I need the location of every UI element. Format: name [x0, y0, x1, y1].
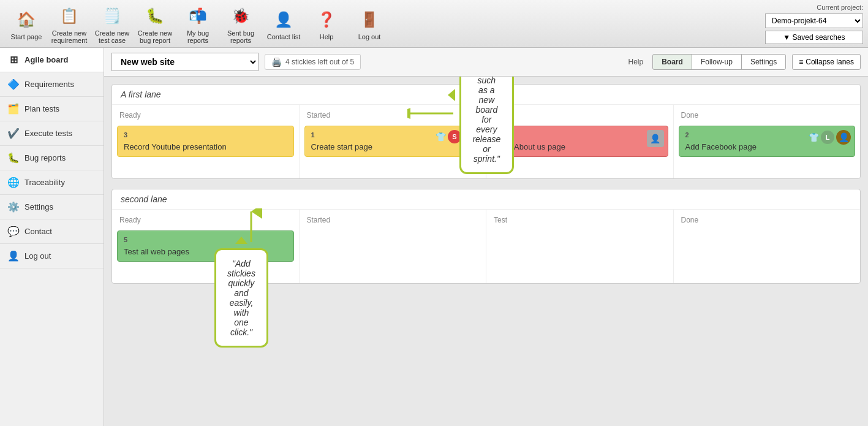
card-1[interactable]: 1 Create start page 👕 S 🎩 — [304, 126, 481, 157]
board-tabs: Board Follow-up Settings — [653, 54, 786, 70]
current-project-label: Current project: — [817, 4, 863, 11]
sidebar-item-logout[interactable]: 👤 Log out — [0, 244, 104, 268]
card-4-text: Add About us page — [498, 142, 662, 151]
card-4-badges: 👤 — [647, 130, 664, 147]
stickies-info: 🖨️ 4 stickies left out of 5 — [265, 54, 361, 70]
column-started: Started 1 Create start page 👕 S 🎩 — [300, 105, 487, 178]
avatar-photo: 👤 — [836, 130, 851, 145]
sidebar-item-settings[interactable]: ⚙️ Settings — [0, 195, 104, 219]
card-2-badges: 👕 L 👤 — [809, 130, 851, 145]
column-done: Done 2 Add Facebook page 👕 L 👤 — [674, 105, 861, 178]
stickies-count: 4 stickies left out of 5 — [285, 58, 354, 66]
sidebar-contact-label: Contact — [25, 227, 52, 236]
column-test2: Test — [486, 210, 674, 283]
shirt-s-icon: 👕 — [436, 132, 446, 142]
column-done2-header: Done — [679, 215, 856, 226]
plan-tests-icon: 🗂️ — [7, 103, 20, 115]
toolbar-create-requirement[interactable]: 📋 Create new requirement — [48, 1, 91, 47]
tab-board[interactable]: Board — [652, 54, 692, 70]
collapse-icon: ≡ — [799, 58, 803, 66]
create-test-case-label: Create new test case — [93, 29, 131, 44]
sidebar-plan-tests-label: Plan tests — [25, 104, 59, 113]
column-ready: Ready 3 Record Youtube presentation — [112, 105, 300, 178]
lane-second-title: second lane — [112, 189, 860, 210]
toolbar: 🏠 Start page 📋 Create new requirement 🗒️… — [0, 0, 868, 48]
contact-list-icon: 👤 — [271, 7, 296, 32]
toolbar-help[interactable]: ❓ Help — [305, 5, 348, 43]
sidebar: ⊞ Agile board 🔷 Requirements 🗂️ Plan tes… — [0, 48, 104, 426]
sidebar-item-agile-board[interactable]: ⊞ Agile board — [0, 48, 104, 72]
my-bug-reports-label: My bug reports — [179, 29, 217, 44]
toolbar-contact-list[interactable]: 👤 Contact list — [262, 5, 305, 43]
shirt-l-icon: 👕 — [809, 132, 819, 142]
help-icon: ❓ — [314, 7, 339, 32]
toolbar-sent-bug-reports[interactable]: 🐞 Sent bug reports — [219, 1, 262, 47]
log-out-label: Log out — [358, 33, 381, 40]
sidebar-requirements-label: Requirements — [25, 80, 74, 89]
content: New web site 🖨️ 4 stickies left out of 5… — [104, 48, 868, 426]
board-header: New web site 🖨️ 4 stickies left out of 5… — [104, 48, 868, 77]
column-ready-header: Ready — [117, 110, 294, 121]
start-page-label: Start page — [11, 33, 42, 40]
create-test-case-icon: 🗒️ — [100, 4, 124, 28]
badge-l: L — [821, 131, 834, 144]
board-select[interactable]: New web site — [111, 53, 259, 71]
app-root: 🏠 Start page 📋 Create new requirement 🗒️… — [0, 0, 868, 426]
saved-searches-button[interactable]: ▼ Saved searches — [765, 31, 863, 44]
toolbar-create-test-case[interactable]: 🗒️ Create new test case — [91, 1, 134, 47]
sidebar-item-requirements[interactable]: 🔷 Requirements — [0, 72, 104, 97]
card-3[interactable]: 3 Record Youtube presentation — [117, 126, 294, 157]
sent-bug-reports-label: Sent bug reports — [222, 29, 260, 44]
toolbar-right: Current project: Demo-projekt-64 ▼ Saved… — [765, 4, 863, 44]
log-out-icon: 🚪 — [357, 7, 382, 32]
bug-reports-icon: 🐛 — [7, 152, 20, 164]
traceability-icon: 🌐 — [7, 177, 20, 188]
sidebar-item-contact[interactable]: 💬 Contact — [0, 219, 104, 244]
board-select-wrap: New web site — [111, 53, 259, 71]
main-layout: ⊞ Agile board 🔷 Requirements 🗂️ Plan tes… — [0, 48, 868, 426]
toolbar-log-out[interactable]: 🚪 Log out — [348, 5, 391, 43]
tab-settings[interactable]: Settings — [741, 54, 786, 70]
sidebar-item-plan-tests[interactable]: 🗂️ Plan tests — [0, 97, 104, 121]
contact-icon: 💬 — [7, 226, 20, 237]
start-page-icon: 🏠 — [14, 7, 39, 32]
column-test2-header: Test — [491, 215, 668, 226]
toolbar-my-bug-reports[interactable]: 📬 My bug reports — [176, 1, 219, 47]
contact-list-label: Contact list — [267, 33, 300, 40]
sidebar-item-execute-tests[interactable]: ✔️ Execute tests — [0, 121, 104, 146]
requirements-icon: 🔷 — [7, 78, 20, 90]
sidebar-traceability-label: Traceability — [25, 178, 65, 187]
card-2[interactable]: 2 Add Facebook page 👕 L 👤 — [679, 126, 856, 157]
sidebar-item-traceability[interactable]: 🌐 Traceability — [0, 170, 104, 195]
sent-bug-reports-icon: 🐞 — [228, 4, 253, 28]
card-4-number: 4 — [498, 131, 662, 139]
sidebar-bug-reports-label: Bug reports — [25, 153, 66, 162]
sidebar-item-bug-reports[interactable]: 🐛 Bug reports — [0, 146, 104, 170]
agile-board-icon: ⊞ — [7, 54, 20, 66]
toolbar-create-bug-report[interactable]: 🐛 Create new bug report — [134, 1, 176, 47]
toolbar-start-page[interactable]: 🏠 Start page — [5, 5, 48, 43]
column-ready2-header: Ready — [117, 215, 294, 226]
column-started2: Started — [300, 210, 487, 283]
board-canvas: "You can create several boards, such as … — [104, 77, 868, 426]
card-3-text: Record Youtube presentation — [124, 142, 287, 151]
tab-followup[interactable]: Follow-up — [692, 54, 742, 70]
collapse-lanes-button[interactable]: ≡ Collapse lanes — [792, 54, 861, 70]
card-4[interactable]: 4 Add About us page 👤 — [491, 126, 668, 157]
column-done2: Done — [674, 210, 861, 283]
callout-stickies-text: "Add stickies quickly and easily, with o… — [214, 248, 268, 348]
column-done-header: Done — [679, 110, 856, 121]
arrow-to-dropdown — [407, 101, 456, 126]
create-bug-report-icon: 🐛 — [143, 4, 167, 28]
create-bug-report-label: Create new bug report — [136, 29, 174, 44]
sidebar-settings-label: Settings — [25, 202, 53, 211]
card-1-text: Create start page — [311, 142, 475, 151]
column-test-header: Test — [491, 110, 668, 121]
sidebar-agile-board-label: Agile board — [25, 55, 69, 64]
help-link[interactable]: Help — [628, 58, 644, 66]
saved-searches-label: ▼ Saved searches — [783, 33, 845, 42]
collapse-label: Collapse lanes — [806, 58, 854, 66]
settings-icon: ⚙️ — [7, 201, 20, 213]
sidebar-logout-icon: 👤 — [7, 250, 20, 262]
project-select[interactable]: Demo-projekt-64 — [765, 13, 863, 28]
